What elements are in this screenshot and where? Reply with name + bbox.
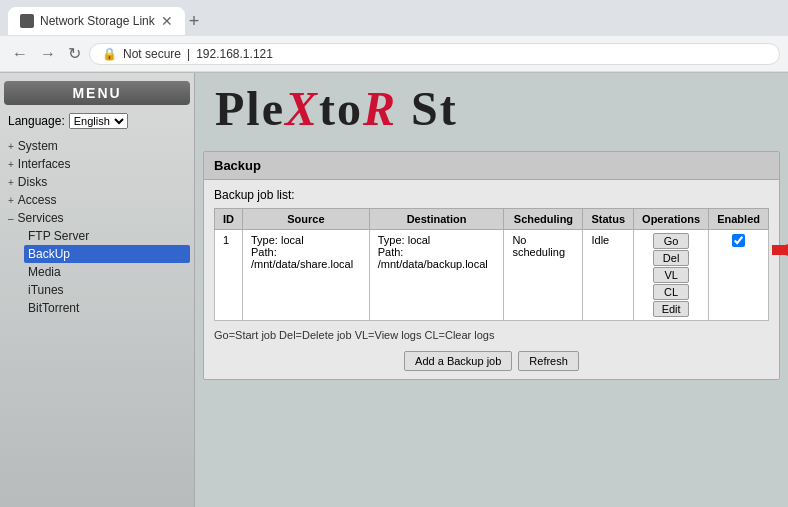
sidebar-item-ftp-server[interactable]: FTP Server xyxy=(24,227,190,245)
language-label: Language: xyxy=(8,114,65,128)
sidebar-label-media: Media xyxy=(28,265,61,279)
backup-table: ID Source Destination Scheduling Status … xyxy=(214,208,769,321)
sidebar-label-services: Services xyxy=(18,211,64,225)
cell-source: Type: localPath: /mnt/data/share.local xyxy=(243,230,370,321)
security-label: Not secure xyxy=(123,47,181,61)
cell-scheduling: No scheduling xyxy=(504,230,583,321)
cell-operations: Go Del VL CL Edit xyxy=(634,230,709,321)
col-operations: Operations xyxy=(634,209,709,230)
expand-icon-disks: + xyxy=(8,177,14,188)
plextor-header: PleXtoR St xyxy=(195,73,788,143)
language-row: Language: English xyxy=(4,113,190,129)
sidebar-item-services[interactable]: – Services xyxy=(4,209,190,227)
col-source: Source xyxy=(243,209,370,230)
sidebar: MENU Language: English + System + Interf… xyxy=(0,73,195,507)
sidebar-item-itunes[interactable]: iTunes xyxy=(24,281,190,299)
expand-icon-services: – xyxy=(8,213,14,224)
main-content: Backup Backup job list: ID Source Destin… xyxy=(195,143,788,388)
bottom-buttons: Add a Backup job Refresh xyxy=(214,351,769,371)
op-vl-button[interactable]: VL xyxy=(653,267,689,283)
panel-body: Backup job list: ID Source Destination S… xyxy=(204,180,779,379)
enabled-checkbox[interactable] xyxy=(732,234,745,247)
sidebar-item-disks[interactable]: + Disks xyxy=(4,173,190,191)
lock-icon: 🔒 xyxy=(102,47,117,61)
col-enabled: Enabled xyxy=(709,209,769,230)
reload-button[interactable]: ↻ xyxy=(64,42,85,65)
forward-button[interactable]: → xyxy=(36,43,60,65)
refresh-button[interactable]: Refresh xyxy=(518,351,579,371)
sidebar-item-system[interactable]: + System xyxy=(4,137,190,155)
table-row: 1 Type: localPath: /mnt/data/share.local… xyxy=(215,230,769,321)
sidebar-item-bittorrent[interactable]: BitTorrent xyxy=(24,299,190,317)
col-scheduling: Scheduling xyxy=(504,209,583,230)
address-separator: | xyxy=(187,47,190,61)
sidebar-label-disks: Disks xyxy=(18,175,47,189)
address-bar[interactable]: 🔒 Not secure | 192.168.1.121 xyxy=(89,43,780,65)
op-go-button[interactable]: Go xyxy=(653,233,689,249)
sidebar-label-ftp-server: FTP Server xyxy=(28,229,89,243)
sidebar-item-access[interactable]: + Access xyxy=(4,191,190,209)
cell-status: Idle xyxy=(583,230,634,321)
op-edit-button[interactable]: Edit xyxy=(653,301,689,317)
tab-title: Network Storage Link xyxy=(40,14,155,28)
back-button[interactable]: ← xyxy=(8,43,32,65)
menu-header: MENU xyxy=(4,81,190,105)
sidebar-item-interfaces[interactable]: + Interfaces xyxy=(4,155,190,173)
legend: Go=Start job Del=Delete job VL=View logs… xyxy=(214,329,769,341)
sidebar-label-system: System xyxy=(18,139,58,153)
address-text: 192.168.1.121 xyxy=(196,47,767,61)
language-select[interactable]: English xyxy=(69,113,128,129)
panel-title: Backup xyxy=(204,152,779,180)
sidebar-label-itunes: iTunes xyxy=(28,283,64,297)
col-destination: Destination xyxy=(369,209,504,230)
browser-tab[interactable]: Network Storage Link ✕ xyxy=(8,7,185,35)
cell-destination: Type: localPath: /mnt/data/backup.local xyxy=(369,230,504,321)
section-label: Backup job list: xyxy=(214,188,769,202)
expand-icon-system: + xyxy=(8,141,14,152)
tab-favicon xyxy=(20,14,34,28)
red-arrow xyxy=(764,236,788,264)
expand-icon-access: + xyxy=(8,195,14,206)
op-del-button[interactable]: Del xyxy=(653,250,689,266)
sidebar-label-backup: BackUp xyxy=(28,247,70,261)
new-tab-button[interactable]: + xyxy=(189,11,200,32)
sidebar-label-interfaces: Interfaces xyxy=(18,157,71,171)
add-backup-job-button[interactable]: Add a Backup job xyxy=(404,351,512,371)
col-status: Status xyxy=(583,209,634,230)
cell-enabled xyxy=(709,230,769,321)
expand-icon-interfaces: + xyxy=(8,159,14,170)
cell-id: 1 xyxy=(215,230,243,321)
sidebar-label-bittorrent: BitTorrent xyxy=(28,301,79,315)
op-cl-button[interactable]: CL xyxy=(653,284,689,300)
col-id: ID xyxy=(215,209,243,230)
sub-items: FTP Server BackUp Media iTunes BitTorren… xyxy=(4,227,190,317)
sidebar-item-media[interactable]: Media xyxy=(24,263,190,281)
content-panel: Backup Backup job list: ID Source Destin… xyxy=(203,151,780,380)
sidebar-label-access: Access xyxy=(18,193,57,207)
table-wrapper: ID Source Destination Scheduling Status … xyxy=(214,208,769,321)
tab-close-icon[interactable]: ✕ xyxy=(161,13,173,29)
sidebar-item-backup[interactable]: BackUp xyxy=(24,245,190,263)
plextor-logo: PleXtoR St xyxy=(215,81,458,136)
